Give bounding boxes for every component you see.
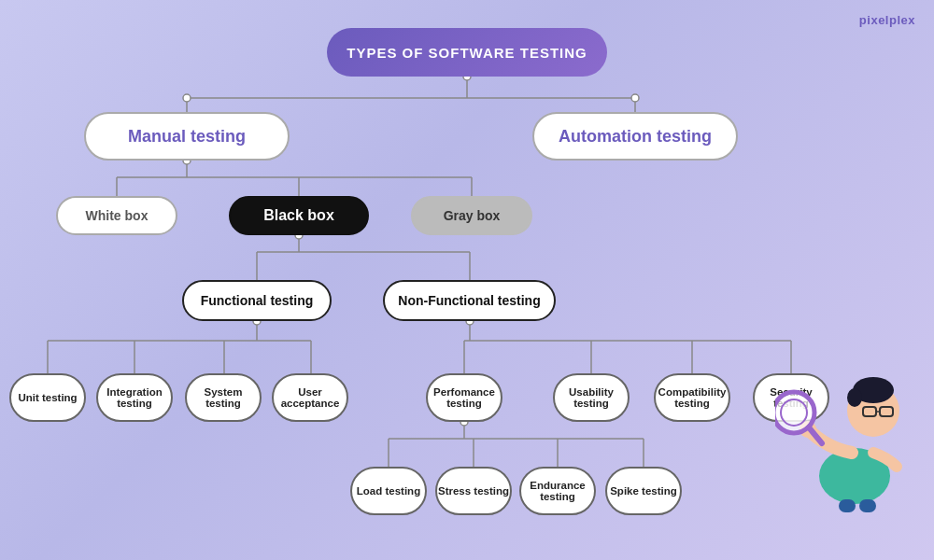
unit-testing-node: Unit testing bbox=[9, 373, 86, 422]
functional-node: Functional testing bbox=[182, 280, 332, 321]
endurance-label: Endurance testing bbox=[521, 480, 594, 502]
usability-testing-node: Usability testing bbox=[553, 373, 630, 422]
spike-testing-node: Spike testing bbox=[605, 467, 682, 515]
integration-label: Integration testing bbox=[98, 386, 171, 409]
integration-testing-node: Integration testing bbox=[96, 373, 173, 422]
stress-label: Stress testing bbox=[438, 485, 509, 497]
user-acceptance-node: User acceptance bbox=[272, 373, 348, 422]
graybox-node: Gray box bbox=[411, 196, 532, 235]
character-illustration bbox=[775, 308, 925, 513]
manual-label: Manual testing bbox=[128, 127, 246, 147]
load-testing-node: Load testing bbox=[350, 467, 427, 515]
useracceptance-label: User acceptance bbox=[274, 386, 347, 409]
unit-label: Unit testing bbox=[18, 392, 77, 403]
whitebox-node: White box bbox=[56, 196, 177, 235]
svg-point-48 bbox=[781, 399, 807, 426]
svg-point-42 bbox=[847, 388, 862, 407]
blackbox-node: Black box bbox=[229, 196, 369, 235]
system-testing-node: System testing bbox=[185, 373, 262, 422]
performance-testing-node: Perfomance testing bbox=[426, 373, 502, 422]
nonfunctional-node: Non-Functional testing bbox=[383, 280, 556, 321]
root-node: TYPES OF SOFTWARE TESTING bbox=[327, 28, 607, 77]
brand-logo: pixelplex bbox=[859, 13, 915, 27]
compatibility-testing-node: Compatibility testing bbox=[654, 373, 730, 422]
whitebox-label: White box bbox=[86, 208, 149, 223]
usability-label: Usability testing bbox=[555, 386, 628, 409]
load-label: Load testing bbox=[357, 485, 420, 497]
brand-text: pixelplex bbox=[859, 13, 915, 27]
root-label: TYPES OF SOFTWARE TESTING bbox=[347, 45, 587, 61]
functional-label: Functional testing bbox=[201, 293, 314, 308]
stress-testing-node: Stress testing bbox=[435, 467, 512, 515]
automation-label: Automation testing bbox=[559, 127, 712, 147]
svg-rect-50 bbox=[839, 499, 856, 512]
blackbox-label: Black box bbox=[263, 207, 334, 224]
compatibility-label: Compatibility testing bbox=[656, 386, 729, 409]
svg-rect-51 bbox=[859, 499, 876, 512]
automation-testing-node: Automation testing bbox=[532, 112, 738, 161]
manual-testing-node: Manual testing bbox=[84, 112, 290, 161]
nonfunctional-label: Non-Functional testing bbox=[398, 293, 540, 308]
svg-point-33 bbox=[631, 94, 639, 102]
endurance-testing-node: Endurance testing bbox=[519, 467, 596, 515]
svg-point-32 bbox=[183, 94, 191, 102]
system-label: System testing bbox=[187, 386, 260, 409]
graybox-label: Gray box bbox=[444, 208, 501, 223]
spike-label: Spike testing bbox=[610, 485, 677, 497]
performance-label: Perfomance testing bbox=[428, 386, 501, 409]
